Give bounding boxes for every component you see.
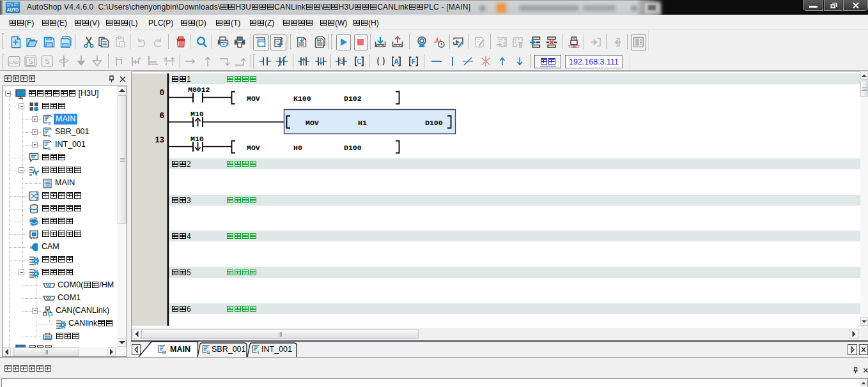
svg-text:s: s — [48, 146, 51, 151]
svg-text:MOV: MOV — [247, 144, 260, 152]
svg-text:AUTO: AUTO — [7, 8, 19, 12]
svg-text:F: F — [412, 57, 416, 65]
svg-text:H0: H0 — [293, 144, 302, 152]
svg-text:C: C — [357, 57, 362, 65]
svg-text:A: A — [394, 57, 399, 65]
svg-text:M10: M10 — [190, 110, 204, 118]
svg-text:LAD: LAD — [9, 59, 19, 65]
svg-text:D100: D100 — [425, 119, 443, 127]
svg-text:H1: H1 — [358, 119, 367, 127]
svg-text:s: s — [48, 133, 51, 138]
svg-text:s: s — [48, 120, 51, 125]
svg-text:S: S — [339, 57, 343, 65]
svg-text:MOV: MOV — [306, 119, 319, 127]
svg-text:S: S — [45, 57, 49, 65]
svg-text:D100: D100 — [344, 144, 362, 152]
svg-text:I: I — [258, 349, 259, 354]
svg-text:S: S — [28, 57, 33, 65]
svg-text:K100: K100 — [293, 95, 311, 103]
svg-text:TE: TE — [568, 45, 573, 49]
svg-text:MOV: MOV — [247, 95, 260, 103]
svg-text:M10: M10 — [190, 135, 204, 143]
svg-text:D102: D102 — [344, 95, 362, 103]
svg-text:M8012: M8012 — [188, 86, 210, 94]
svg-text:S: S — [206, 349, 210, 354]
svg-text:ST: ST — [575, 45, 580, 49]
svg-text:M: M — [162, 349, 166, 354]
